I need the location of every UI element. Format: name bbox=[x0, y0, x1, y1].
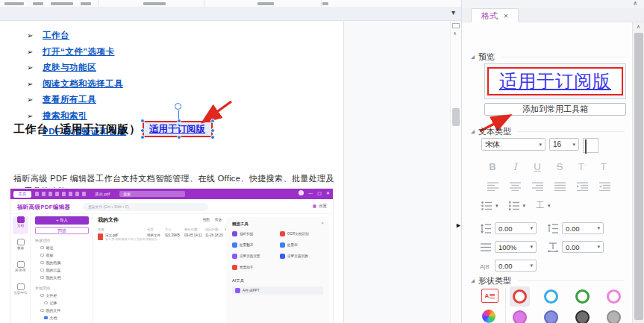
toolbar-dropdown-icon[interactable]: ▾ bbox=[451, 8, 455, 16]
section-heading: 工作台（适用于订阅版） bbox=[13, 122, 141, 137]
panel-scrollbar[interactable]: ∧ bbox=[632, 22, 644, 323]
section-collapse-icon bbox=[471, 130, 475, 134]
toc-link[interactable]: 皮肤与功能区 bbox=[43, 62, 96, 73]
font-size-select[interactable]: 16▾ bbox=[549, 138, 579, 151]
indent-decrease-button[interactable] bbox=[571, 181, 593, 192]
italic-button[interactable]: I bbox=[504, 160, 526, 173]
toc-item: ➢查看所有工具 bbox=[27, 94, 126, 105]
close-icon: ✕ bbox=[326, 190, 330, 195]
gear-icon bbox=[313, 204, 316, 208]
folder-color-icon bbox=[44, 316, 48, 320]
char-spacing-select[interactable]: 0.00▾ bbox=[562, 241, 604, 253]
text-direction-button[interactable]: 工▾ bbox=[536, 200, 551, 211]
document-icon bbox=[17, 216, 25, 223]
embedded-search-input: 搜索文件 (Ctrl + Shift + F) bbox=[83, 203, 208, 211]
toc-link[interactable]: 搜索和索引 bbox=[43, 110, 87, 122]
toc-item: ➢皮肤与功能区 bbox=[27, 62, 126, 73]
embedded-file-list: 我的文件 视图筛选 名称 分类 大小 修改日期 访问日期 ↓ 操作 bbox=[93, 214, 225, 323]
color-wheel-icon[interactable] bbox=[482, 310, 495, 323]
numbered-list-button[interactable]: ▾ bbox=[509, 200, 526, 211]
tool-icon bbox=[280, 254, 285, 259]
embedded-screenshot-image[interactable]: 主页 演示.pdf 搜索 — ▢ ✕ 福昕高级PDF编辑器 搜索文件 (Ctrl… bbox=[10, 189, 333, 323]
tab-close-icon[interactable]: × bbox=[504, 12, 508, 20]
subscript-button[interactable]: Tˌ bbox=[593, 160, 616, 173]
panel-tabbar: 格式 × bbox=[462, 8, 644, 22]
embedded-avatar bbox=[298, 190, 304, 195]
textbox-style-button[interactable]: A bbox=[481, 289, 498, 303]
tool-icon bbox=[232, 265, 237, 270]
font-family-select[interactable]: 宋体▾ bbox=[481, 138, 545, 151]
tab-format[interactable]: 格式 × bbox=[471, 8, 519, 22]
toc-link[interactable]: 打开“文件”选项卡 bbox=[43, 46, 115, 57]
minimize-icon: — bbox=[308, 191, 313, 195]
fill-option-periwinkle[interactable] bbox=[541, 307, 561, 323]
resize-handle[interactable] bbox=[210, 128, 215, 133]
bold-button[interactable]: B bbox=[481, 160, 504, 173]
color-option-blue[interactable] bbox=[541, 286, 561, 307]
color-option-green[interactable] bbox=[572, 286, 593, 307]
resize-handle[interactable] bbox=[210, 119, 215, 123]
chevron-down-icon: ▾ bbox=[530, 225, 533, 231]
fill-option-magenta[interactable] bbox=[510, 307, 530, 323]
toc-link[interactable]: 工作台 bbox=[43, 30, 69, 41]
resize-handle[interactable] bbox=[140, 119, 145, 123]
indent-increase-button[interactable] bbox=[593, 181, 616, 192]
embedded-left-panel: + 导入 扫描 快速访问 最近 星标 我的电脑 我的云盘 我的文档 本地空间 文… bbox=[31, 214, 93, 323]
arrow-bullet-icon: ➢ bbox=[27, 80, 43, 88]
close-icon: × bbox=[321, 221, 324, 225]
fill-option-gray[interactable] bbox=[604, 307, 624, 323]
scroll-up-icon[interactable]: ∧ bbox=[637, 24, 640, 30]
embedded-import-button: + 导入 bbox=[35, 216, 89, 225]
line-spacing-select[interactable]: 0.00▾ bbox=[495, 222, 537, 234]
superscript-button[interactable]: Tˈ bbox=[571, 160, 593, 173]
collapse-up-icon[interactable]: ∧ bbox=[633, 0, 637, 7]
resize-handle[interactable] bbox=[177, 135, 181, 139]
scrollbar-split-handle[interactable] bbox=[452, 23, 460, 28]
pdf-file-icon bbox=[98, 233, 103, 240]
section-text-type[interactable]: 文本类型 bbox=[471, 126, 625, 137]
resize-handle[interactable] bbox=[210, 135, 215, 139]
resize-handle[interactable] bbox=[140, 135, 145, 139]
stamp-preview-text: 适用于订阅版 bbox=[499, 69, 611, 93]
embedded-header: 福昕高级PDF编辑器 搜索文件 (Ctrl + Shift + F) 设置 bbox=[10, 199, 333, 214]
resize-handle[interactable] bbox=[177, 119, 181, 123]
embedded-toolbar-icons bbox=[35, 192, 86, 196]
scrollbar-thumb[interactable] bbox=[452, 108, 460, 126]
note-icon bbox=[44, 301, 48, 305]
section-collapse-icon bbox=[471, 279, 475, 283]
horizontal-scale-select[interactable]: 100%▾ bbox=[495, 241, 537, 253]
paragraph-spacing-select[interactable]: 0.00▾ bbox=[562, 222, 604, 234]
scrollbar-thumb[interactable] bbox=[634, 33, 643, 320]
color-option-red[interactable] bbox=[510, 286, 530, 307]
fill-option-black[interactable] bbox=[572, 307, 593, 323]
font-color-picker[interactable] bbox=[583, 138, 598, 153]
color-option-pink[interactable] bbox=[604, 286, 624, 307]
toc-link[interactable]: 查看所有工具 bbox=[43, 94, 96, 105]
chevron-down-icon: ▾ bbox=[530, 244, 533, 250]
align-center-button[interactable] bbox=[504, 181, 526, 192]
textbox-lines-glyph bbox=[490, 294, 495, 298]
justify-button[interactable] bbox=[548, 181, 571, 192]
section-preview[interactable]: 预览 bbox=[471, 51, 625, 63]
underline-button[interactable]: U bbox=[526, 160, 548, 173]
align-right-button[interactable] bbox=[526, 181, 548, 192]
cabinet-icon bbox=[40, 294, 44, 298]
scroll-up-icon[interactable]: ∧ bbox=[453, 31, 457, 37]
resize-handle[interactable] bbox=[140, 128, 145, 133]
pdf-page: ➢工作台 ➢打开“文件”选项卡 ➢皮肤与功能区 ➢阅读文档和选择工具 ➢查看所有… bbox=[0, 21, 344, 323]
kerning-select[interactable]: 0.00▾ bbox=[495, 260, 537, 272]
align-left-button[interactable] bbox=[481, 181, 504, 192]
chevron-down-icon: ▾ bbox=[523, 203, 526, 209]
text-tool-glyph: 工 bbox=[536, 200, 544, 211]
embedded-rail-ai: AI 助手 bbox=[13, 261, 28, 279]
red-arrow-annotation bbox=[193, 98, 237, 129]
document-scrollbar[interactable]: ∧ bbox=[450, 21, 461, 323]
embedded-folder-tree: 快速访问 最近 星标 我的电脑 我的云盘 我的文档 本地空间 文件柜 记事 我的… bbox=[35, 236, 92, 323]
horizontal-scale-icon bbox=[480, 242, 492, 252]
section-shape-type[interactable]: 形状类型 bbox=[471, 275, 625, 286]
toc-link[interactable]: 阅读文档和选择工具 bbox=[43, 78, 123, 90]
strikethrough-button[interactable]: S bbox=[548, 160, 571, 173]
text-style-row: B I U S Tˈ Tˌ bbox=[481, 160, 616, 173]
bullet-list-button[interactable]: ▾ bbox=[481, 200, 498, 211]
rotation-handle[interactable] bbox=[175, 103, 181, 110]
